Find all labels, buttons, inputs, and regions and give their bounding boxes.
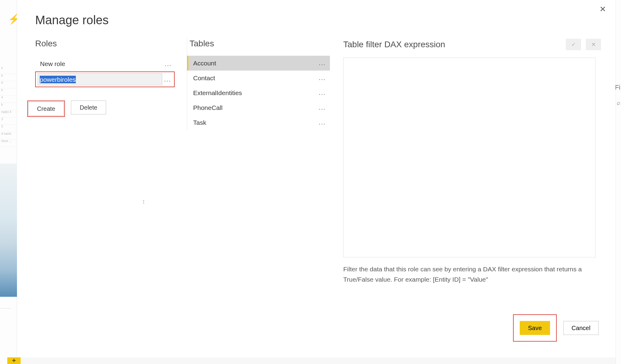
save-button[interactable]: Save	[520, 321, 550, 335]
bg-row: d name	[0, 132, 17, 139]
ellipsis-icon[interactable]: ...	[162, 76, 173, 83]
search-icon: ⌕	[617, 99, 620, 106]
bg-row: b	[0, 74, 17, 81]
table-name: Account	[193, 60, 216, 67]
roles-buttons: Create Delete	[27, 101, 175, 117]
background-left-strip: ⚡ F b 4 b 4 b mple) 4 3 3 d name nture .…	[0, 0, 17, 364]
dax-expression-input[interactable]	[343, 58, 596, 257]
manage-roles-dialog: ✕ Manage roles Roles New role ... powerb…	[17, 0, 616, 357]
tables-header: Tables	[190, 39, 330, 48]
bg-row: F	[0, 67, 17, 74]
delete-button[interactable]: Delete	[71, 101, 106, 114]
roles-list: New role ... powerbiroles ...	[35, 57, 175, 87]
ellipsis-icon[interactable]: ...	[317, 89, 327, 96]
table-name: Contact	[193, 74, 215, 82]
close-button[interactable]: ✕	[599, 5, 607, 13]
role-name: New role	[40, 60, 65, 68]
table-name: ExternalIdentities	[193, 89, 242, 97]
tables-column: Tables Account ... Contact ... ExternalI…	[187, 39, 330, 130]
dax-header: Table filter DAX expression	[343, 40, 445, 49]
bg-row: 3	[0, 117, 17, 125]
add-page-tab[interactable]: +	[7, 357, 21, 364]
dax-confirm-button[interactable]: ✓	[566, 39, 581, 50]
bg-row: nture ...	[0, 139, 17, 147]
role-name-input[interactable]: powerbiroles	[38, 73, 162, 85]
table-name: PhoneCall	[193, 104, 223, 111]
roles-column: Roles New role ... powerbiroles ... Crea…	[35, 39, 175, 117]
dax-help-text: Filter the data that this role can see b…	[343, 264, 592, 284]
dialog-footer: Save Cancel	[513, 314, 599, 342]
map-thumbnail	[0, 164, 17, 297]
cancel-button[interactable]: Cancel	[563, 321, 599, 335]
table-item-externalidentities[interactable]: ExternalIdentities ...	[187, 85, 330, 100]
ellipsis-icon[interactable]: ...	[317, 60, 327, 67]
bg-row: mple) 4	[0, 110, 17, 117]
ellipsis-icon[interactable]: ...	[163, 61, 173, 68]
dax-header-row: Table filter DAX expression ✓ ✕	[343, 39, 601, 50]
table-item-account[interactable]: Account ...	[187, 56, 330, 71]
bg-row: 4	[0, 96, 17, 103]
bg-row: 3	[0, 125, 17, 132]
bg-row: b	[0, 88, 17, 96]
ellipsis-icon[interactable]: ...	[317, 119, 327, 126]
ellipsis-icon[interactable]: ...	[317, 104, 327, 111]
save-button-highlight: Save	[513, 314, 557, 342]
role-item-editing[interactable]: powerbiroles ...	[35, 71, 175, 87]
dots: ........	[1, 305, 11, 309]
create-button[interactable]: Create	[29, 102, 64, 116]
filters-text: Fi	[615, 84, 620, 91]
create-button-highlight: Create	[27, 101, 65, 117]
table-item-contact[interactable]: Contact ...	[187, 71, 330, 85]
table-name: Task	[193, 119, 206, 126]
tables-list: Account ... Contact ... ExternalIdentiti…	[187, 56, 330, 130]
table-item-task[interactable]: Task ...	[187, 115, 330, 130]
table-item-phonecall[interactable]: PhoneCall ...	[187, 100, 330, 115]
dax-column: Table filter DAX expression ✓ ✕ Filter t…	[343, 39, 601, 284]
cursor-icon: ꕯ	[143, 200, 145, 205]
background-right-strip: Fi ⌕	[616, 0, 621, 364]
dax-confirm-buttons: ✓ ✕	[566, 39, 601, 50]
dax-cancel-button[interactable]: ✕	[586, 39, 601, 50]
bg-row: 4	[0, 81, 17, 88]
roles-header: Roles	[35, 39, 175, 48]
ellipsis-icon[interactable]: ...	[317, 74, 327, 81]
bg-row: b	[0, 103, 17, 110]
dialog-title: Manage roles	[35, 13, 109, 27]
role-item-new-role[interactable]: New role ...	[35, 57, 175, 71]
